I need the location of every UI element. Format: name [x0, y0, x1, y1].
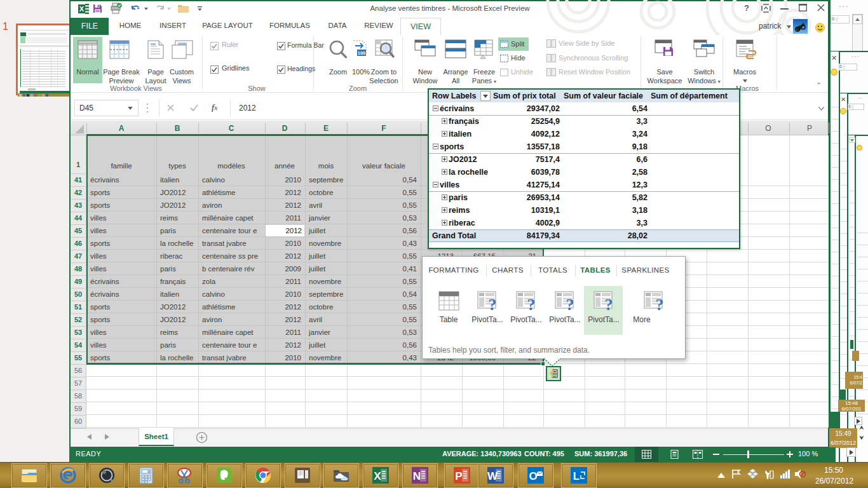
svg-text:N: N [413, 470, 421, 482]
svg-text:O: O [529, 470, 537, 482]
svg-text:P: P [455, 470, 462, 482]
svg-text:?: ? [605, 295, 613, 313]
svg-text:?: ? [527, 295, 536, 313]
svg-text:L: L [573, 470, 580, 482]
svg-text:?: ? [566, 295, 574, 313]
svg-text:?: ? [656, 295, 664, 313]
svg-text:?: ? [489, 295, 497, 313]
svg-text:W: W [487, 470, 498, 482]
svg-text:100: 100 [358, 50, 366, 56]
svg-text:X: X [374, 470, 381, 482]
svg-text:0: 0 [147, 470, 150, 474]
svg-text:X: X [79, 5, 85, 13]
